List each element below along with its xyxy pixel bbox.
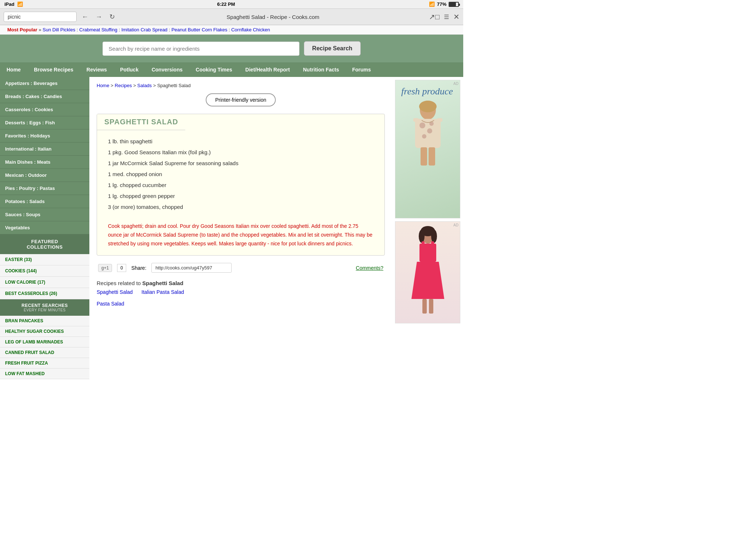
close-icon[interactable]: ✕	[453, 12, 460, 21]
fresh-produce-text: fresh produce	[401, 86, 454, 97]
svg-point-13	[419, 230, 425, 243]
back-button[interactable]: ←	[80, 12, 90, 22]
popular-link-3[interactable]: Imitation Crab Spread	[121, 27, 167, 32]
ingredient-1: 1 lb. thin spaghetti	[108, 136, 374, 147]
popular-link-5[interactable]: Cornflake Chicken	[231, 27, 270, 32]
cat-vegetables[interactable]: Vegetables	[0, 221, 89, 234]
recent-sugar-cookies[interactable]: HEALTHY SUGAR COOKIES	[0, 326, 89, 337]
recent-searches-header: RECENT SEARCHES EVERY FEW MINUTES	[0, 299, 89, 316]
recent-low-fat[interactable]: LOW FAT MASHED	[0, 369, 89, 379]
ingredient-7: 3 (or more) tomatoes, chopped	[108, 202, 374, 213]
gplus-button[interactable]: g+1	[98, 264, 112, 272]
page-title: Spaghetti Salad - Recipe - Cooks.com	[120, 14, 426, 20]
nav-potluck[interactable]: Potluck	[113, 62, 145, 77]
forward-button[interactable]: →	[93, 12, 104, 22]
cat-favorites[interactable]: Favorites : Holidays	[0, 129, 89, 143]
popular-link-2[interactable]: Crabmeat Stuffing	[79, 27, 117, 32]
most-popular-arrow: »	[39, 27, 43, 32]
search-button[interactable]: Recipe Search	[304, 41, 361, 56]
svg-rect-20	[429, 299, 433, 314]
nav-forums[interactable]: Forums	[346, 62, 378, 77]
battery-icon	[449, 2, 459, 7]
collection-low-calorie[interactable]: LOW CALORIE (17)	[0, 277, 89, 288]
ad-label-1: AD	[453, 82, 458, 86]
recipe-card: SPAGHETTI SALAD 1 lb. thin spaghetti 1 p…	[97, 114, 385, 256]
collection-casseroles[interactable]: BEST CASSEROLES (26)	[0, 288, 89, 299]
collection-cookies[interactable]: COOKIES (144)	[0, 265, 89, 277]
svg-rect-10	[437, 118, 442, 122]
related-link-3[interactable]: Pasta Salad	[97, 301, 124, 307]
search-input[interactable]	[102, 42, 299, 56]
refresh-button[interactable]: ↻	[107, 12, 117, 22]
recent-fruit-salad[interactable]: CANNED FRUIT SALAD	[0, 347, 89, 358]
cat-casseroles[interactable]: Casseroles : Cookies	[0, 103, 89, 116]
svg-rect-16	[422, 241, 425, 246]
cat-pies[interactable]: Pies : Poultry : Pastas	[0, 182, 89, 195]
url-input[interactable]	[4, 12, 77, 22]
cat-sauces[interactable]: Sauces : Soups	[0, 208, 89, 221]
svg-rect-7	[421, 147, 427, 166]
cat-international[interactable]: International : Italian	[0, 143, 89, 156]
time-display: 6:22 PM	[217, 1, 235, 7]
sidebar-categories: Appetizers : Beverages Breads : Cakes : …	[0, 77, 89, 234]
cat-desserts[interactable]: Desserts : Eggs : Fish	[0, 116, 89, 129]
sidebar: Appetizers : Beverages Breads : Cakes : …	[0, 77, 89, 379]
nav-browse[interactable]: Browse Recipes	[27, 62, 80, 77]
popular-link-4[interactable]: Peanut Butter Corn Flakes	[171, 27, 227, 32]
related-title: Recipes related to Spaghetti Salad	[97, 280, 385, 286]
ipad-label: iPad	[4, 1, 14, 7]
collection-easter[interactable]: EASTER (33)	[0, 254, 89, 265]
svg-point-5	[422, 134, 426, 139]
breadcrumb-current: Spaghetti Salad	[157, 83, 191, 88]
breadcrumb-salads[interactable]: Salads	[137, 83, 152, 88]
cat-mexican[interactable]: Mexican : Outdoor	[0, 169, 89, 182]
svg-rect-2	[415, 119, 441, 148]
ingredient-6: 1 lg. chopped green pepper	[108, 191, 374, 202]
ingredient-5: 1 lg. chopped cucumber	[108, 180, 374, 191]
nav-cooking-times[interactable]: Cooking Times	[189, 62, 239, 77]
breadcrumb-sep-2: >	[133, 83, 137, 88]
cat-main-dishes[interactable]: Main Dishes : Meats	[0, 156, 89, 169]
ad-person-figure-1	[401, 100, 454, 187]
share-row: g+1 0 Share: Comments?	[97, 263, 385, 273]
recent-fruit-pizza[interactable]: FRESH FRUIT PIZZA	[0, 358, 89, 369]
related-link-1[interactable]: Spaghetti Salad	[97, 289, 133, 295]
svg-marker-18	[411, 262, 444, 299]
svg-rect-17	[431, 241, 434, 246]
share-url-input[interactable]	[151, 263, 232, 273]
related-section: Recipes related to Spaghetti Salad Spagh…	[97, 280, 385, 307]
reader-icon[interactable]: ☰	[444, 13, 449, 20]
cat-appetizers[interactable]: Appetizers : Beverages	[0, 77, 89, 90]
fresh-produce-ad[interactable]: AD fresh produce	[395, 80, 460, 218]
breadcrumb-sep-3: >	[153, 83, 157, 88]
recent-bran[interactable]: BRAN PANCAKES	[0, 316, 89, 326]
bluetooth-icon: 📶	[429, 1, 435, 7]
share-label: Share:	[131, 265, 146, 271]
popular-link-1[interactable]: Sun Dill Pickles	[43, 27, 76, 32]
breadcrumb-home[interactable]: Home	[97, 83, 109, 88]
ad-person-figure-2	[398, 226, 457, 321]
nav-home[interactable]: Home	[0, 62, 27, 77]
svg-rect-15	[419, 244, 436, 262]
nav-reviews[interactable]: Reviews	[80, 62, 113, 77]
share-icon[interactable]: ↗□	[429, 12, 440, 21]
related-link-2[interactable]: Italian Pasta Salad	[142, 289, 184, 295]
breadcrumb-recipes[interactable]: Recipes	[115, 83, 132, 88]
comments-link[interactable]: Comments?	[356, 265, 383, 271]
recent-lamb[interactable]: LEG OF LAMB MARINADES	[0, 337, 89, 347]
cat-breads[interactable]: Breads : Cakes : Candies	[0, 90, 89, 103]
breadcrumb: Home > Recipes > Salads > Spaghetti Sala…	[97, 83, 385, 88]
nav-diet-health[interactable]: Diet/Health Report	[239, 62, 297, 77]
svg-rect-8	[429, 147, 435, 166]
svg-point-1	[419, 101, 437, 112]
related-prefix: Recipes related to	[97, 280, 141, 286]
printer-friendly-button[interactable]: Printer-friendly version	[206, 93, 276, 106]
nav-nutrition[interactable]: Nutrition Facts	[297, 62, 346, 77]
cat-potatoes[interactable]: Potatoes : Salads	[0, 195, 89, 208]
recent-sub-label: EVERY FEW MINUTES	[5, 308, 84, 312]
recent-label: RECENT SEARCHES	[5, 303, 84, 308]
content-area: Home > Recipes > Salads > Spaghetti Sala…	[89, 77, 392, 379]
pink-dress-ad[interactable]: AD	[395, 221, 460, 323]
ad-sidebar: AD fresh produce	[392, 77, 463, 379]
nav-conversions[interactable]: Conversions	[145, 62, 189, 77]
